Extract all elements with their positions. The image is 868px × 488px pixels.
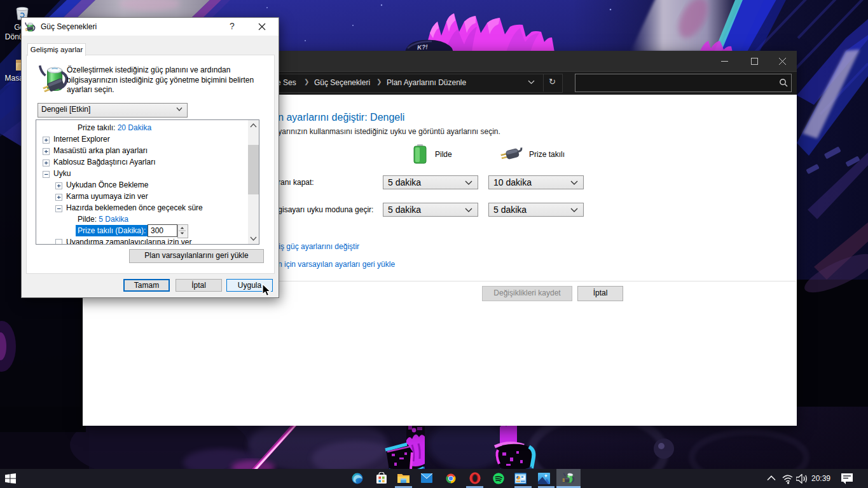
svg-text:K?!: K?! xyxy=(417,43,429,51)
